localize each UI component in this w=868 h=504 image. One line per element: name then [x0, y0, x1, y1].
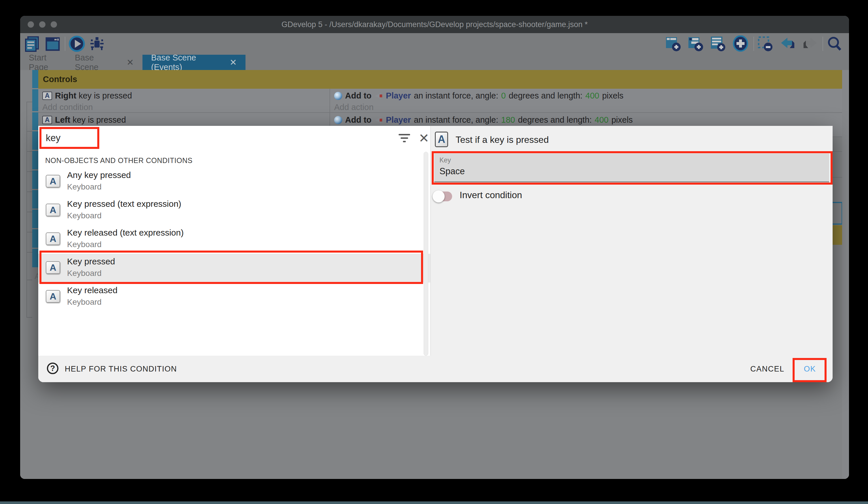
condition-search-bar[interactable]: key ✕: [38, 126, 430, 150]
tree-guide-tick: [27, 131, 32, 132]
keyboard-icon: A: [46, 204, 60, 216]
help-link[interactable]: HELP FOR THIS CONDITION: [65, 356, 177, 382]
keyboard-icon: A: [42, 92, 52, 100]
invert-condition-label: Invert condition: [459, 190, 522, 200]
event-drag-handle[interactable]: [32, 190, 38, 209]
keyboard-icon: A: [42, 116, 52, 124]
filter-icon[interactable]: [399, 134, 410, 143]
toolbar-divider: [823, 37, 823, 51]
tab-label: Base Scene: [75, 53, 119, 72]
tree-guide-tick: [27, 171, 32, 172]
add-event-button[interactable]: [665, 36, 682, 52]
tree-guide-tick: [27, 212, 32, 212]
add-subevent-button[interactable]: [687, 36, 704, 52]
add-circle-icon: [732, 36, 749, 52]
invert-condition-toggle[interactable]: [434, 192, 452, 201]
project-manager-icon: [24, 36, 40, 52]
event-group-label: Controls: [43, 74, 77, 84]
tab-close-icon[interactable]: ✕: [127, 57, 134, 67]
cancel-button[interactable]: CANCEL: [745, 356, 790, 382]
editor-tab-bar: Start Page Base Scene ✕ Base Scene (Even…: [20, 55, 849, 70]
keyboard-icon: A: [435, 132, 448, 147]
help-icon[interactable]: ?: [47, 363, 59, 374]
redo-icon: [802, 36, 818, 52]
tree-guide-tick: [27, 280, 32, 280]
undo-icon: [779, 36, 796, 52]
condition-title: Test if a key is pressed: [456, 134, 549, 145]
condition-list-item[interactable]: A Key released (text expression) Keyboar…: [38, 225, 430, 254]
ok-button[interactable]: OK: [798, 356, 822, 382]
tree-guide-tick: [27, 317, 32, 317]
tab-start-page[interactable]: Start Page: [20, 55, 66, 70]
search-input[interactable]: key: [46, 126, 60, 150]
debug-bug-icon: [89, 36, 105, 52]
actions-cell[interactable]: Add to Player an instant force, angle: 0…: [330, 89, 849, 112]
event-drag-handle[interactable]: [32, 171, 38, 189]
condition-list-item[interactable]: A Key released Keyboard: [38, 283, 430, 311]
add-subevent-icon: [687, 36, 704, 52]
tree-guide-tick: [27, 102, 32, 102]
close-dialog-icon[interactable]: ✕: [416, 130, 432, 146]
conditions-cell[interactable]: A Right key is pressed Add condition: [38, 89, 330, 112]
key-field-label: Key: [440, 157, 451, 164]
preview-play-button[interactable]: [69, 36, 85, 52]
tab-label: Base Scene (Events): [151, 53, 222, 72]
force-icon: [334, 92, 342, 100]
event-row: A Right key is pressed Add condition Add…: [38, 89, 849, 113]
force-icon: [334, 116, 342, 124]
choose-condition-dialog: key ✕ NON-OBJECTS AND OTHER CONDITIONS A…: [38, 126, 833, 382]
event-drag-handle[interactable]: [32, 210, 38, 228]
add-event-icon: [665, 36, 682, 52]
scene-editor-icon: [45, 36, 61, 52]
conditions-list-panel: NON-OBJECTS AND OTHER CONDITIONS A Any k…: [38, 150, 430, 356]
tree-guide-tick: [27, 192, 32, 192]
search-icon: [826, 36, 843, 52]
list-section-header: NON-OBJECTS AND OTHER CONDITIONS: [45, 157, 193, 165]
keyboard-icon: A: [46, 261, 60, 274]
add-action-link[interactable]: Add action: [334, 102, 374, 112]
event-drag-handle[interactable]: [32, 249, 38, 267]
debugger-button[interactable]: [89, 36, 105, 52]
delete-selection-button[interactable]: [757, 36, 774, 52]
condition-list-item[interactable]: A Any key pressed Keyboard: [38, 167, 430, 196]
tree-guide-line: [27, 102, 27, 317]
tab-base-scene[interactable]: Base Scene ✕: [66, 55, 143, 70]
events-scroll-gutter[interactable]: [842, 70, 849, 479]
window-title: GDevelop 5 - /Users/dkarakay/Documents/G…: [20, 16, 849, 33]
search-events-button[interactable]: [826, 36, 843, 52]
key-parameter-field[interactable]: Key Space: [434, 153, 829, 182]
tab-close-icon[interactable]: ✕: [230, 57, 237, 67]
redo-button[interactable]: [802, 36, 818, 52]
event-drag-handle[interactable]: [32, 131, 38, 150]
delete-selection-icon: [757, 36, 774, 52]
choose-add-event-button[interactable]: [732, 36, 749, 52]
event-drag-handle[interactable]: [32, 70, 38, 88]
tree-guide-tick: [27, 151, 32, 152]
toolbar-divider: [65, 37, 65, 51]
tab-base-scene-events[interactable]: Base Scene (Events) ✕: [143, 55, 246, 70]
scene-editor-button[interactable]: [44, 36, 61, 52]
tree-guide-tick: [27, 252, 32, 253]
event-drag-handle[interactable]: [32, 89, 38, 111]
play-icon: [69, 36, 85, 52]
player-object-icon: [374, 117, 383, 124]
list-scrollbar[interactable]: [424, 152, 428, 356]
event-drag-handle[interactable]: [32, 229, 38, 248]
condition-editor-panel: A Test if a key is pressed Key Space Inv…: [431, 126, 833, 356]
player-object-icon: [374, 92, 383, 100]
keyboard-icon: A: [46, 175, 60, 188]
undo-button[interactable]: [779, 36, 796, 52]
event-drag-handle[interactable]: [32, 112, 38, 130]
condition-list-item[interactable]: A Key pressed (text expression) Keyboard: [38, 196, 430, 225]
tree-guide-tick: [27, 232, 32, 232]
event-group-header[interactable]: Controls: [38, 70, 849, 89]
add-condition-link[interactable]: Add condition: [42, 102, 93, 112]
event-drag-handle[interactable]: [32, 151, 38, 169]
toolbar-divider: [753, 37, 754, 51]
toggle-knob: [433, 190, 445, 202]
project-manager-button[interactable]: [24, 36, 40, 52]
condition-list-item-selected[interactable]: A Key pressed Keyboard: [38, 254, 430, 283]
add-comment-button[interactable]: [710, 36, 726, 52]
key-field-value: Space: [440, 166, 465, 177]
tab-label: Start Page: [29, 53, 58, 72]
